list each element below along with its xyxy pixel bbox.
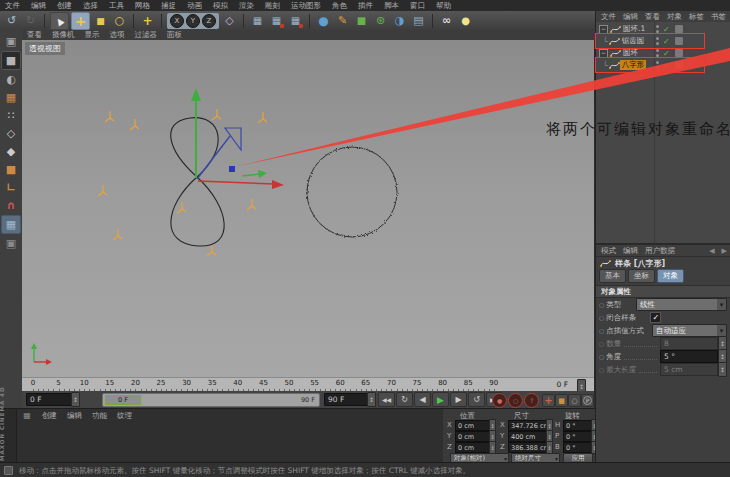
om-menu-objects[interactable]: 对象 [667, 12, 682, 22]
mat-menu-edit[interactable]: 编辑 [67, 411, 82, 421]
om-menu-edit[interactable]: 编辑 [623, 12, 638, 22]
history-back-icon[interactable]: ◀ [709, 247, 714, 255]
type-dropdown[interactable]: 线性 [636, 298, 727, 311]
axis-gizmo[interactable] [191, 88, 284, 189]
visibility-dots[interactable] [656, 61, 659, 69]
viewport-view-label[interactable]: 透视视图 [25, 42, 65, 55]
x-axis-lock-button[interactable]: X [170, 14, 184, 28]
tag-icon[interactable] [674, 36, 684, 46]
current-frame-field[interactable]: 0 F [26, 393, 76, 406]
menu-simulate[interactable]: 模拟 [213, 1, 228, 11]
tab-object[interactable]: 对象 [657, 269, 684, 283]
enabled-check-icon[interactable] [663, 25, 670, 34]
menu-edit[interactable]: 编辑 [31, 1, 46, 11]
record-keyframe-button[interactable] [492, 393, 507, 408]
render-to-picture-button[interactable] [268, 13, 285, 29]
move-tool-icon[interactable] [71, 12, 90, 30]
selected-point[interactable] [229, 166, 235, 172]
enabled-check-icon[interactable] [663, 37, 670, 46]
texture-mode-button[interactable] [2, 71, 20, 88]
menu-snap[interactable]: 捕捉 [161, 1, 176, 11]
y-axis-lock-button[interactable]: Y [186, 14, 200, 28]
om-menu-tags[interactable]: 标签 [689, 12, 704, 22]
timeline-slider-handle[interactable]: 0 F [105, 395, 141, 405]
vp-menu-cameras[interactable]: 摄像机 [52, 30, 75, 40]
record-rotation-toggle[interactable] [568, 394, 581, 407]
material-grid-icon[interactable] [22, 411, 32, 421]
add-mograph-button[interactable] [372, 13, 389, 29]
menu-create[interactable]: 创建 [57, 1, 72, 11]
x-axis-handle[interactable] [198, 181, 274, 184]
attr-menu-mode[interactable]: 模式 [601, 246, 616, 256]
tab-coordinates[interactable]: 坐标 [628, 269, 655, 283]
end-frame-field[interactable]: 90 F [324, 393, 372, 406]
edges-mode-button[interactable] [2, 125, 20, 142]
axis-mode-button[interactable] [2, 179, 20, 196]
attr-menu-edit[interactable]: 编辑 [623, 246, 638, 256]
play-backwards-button[interactable] [396, 392, 413, 407]
expand-icon[interactable] [599, 25, 608, 34]
vp-menu-options[interactable]: 选项 [110, 30, 125, 40]
mat-menu-create[interactable]: 创建 [42, 411, 57, 421]
size-y-field[interactable]: 400 cm [508, 431, 550, 442]
menu-character[interactable]: 角色 [332, 1, 347, 11]
size-x-field[interactable]: 347.726 cm [508, 420, 550, 431]
attr-menu-user-data[interactable]: 用户数据 [645, 246, 675, 256]
add-light-button[interactable] [457, 13, 474, 29]
current-frame-stepper[interactable] [71, 392, 80, 407]
menu-plugins[interactable]: 插件 [358, 1, 373, 11]
loop-button[interactable] [468, 392, 485, 407]
workplane-mode-button[interactable] [2, 161, 20, 178]
history-forward-icon[interactable]: ▶ [722, 247, 727, 255]
menu-select[interactable]: 选择 [83, 1, 98, 11]
last-tool-icon[interactable] [139, 13, 156, 29]
tag-icon[interactable] [674, 24, 684, 34]
z-axis-lock-button[interactable]: Z [202, 14, 216, 28]
object-name[interactable]: 圆环 [621, 48, 640, 58]
menu-tools[interactable]: 工具 [109, 1, 124, 11]
lock-workplane-button[interactable] [2, 235, 20, 252]
object-name[interactable]: 锯齿圆 [620, 36, 647, 46]
add-generator-button[interactable] [353, 13, 370, 29]
menu-script[interactable]: 脚本 [384, 1, 399, 11]
add-environment-button[interactable] [410, 13, 427, 29]
position-z-field[interactable]: 0 cm [455, 442, 493, 453]
record-position-toggle[interactable] [542, 394, 555, 407]
polygons-mode-button[interactable] [2, 143, 20, 160]
redo-icon[interactable] [22, 13, 39, 29]
tag-icon[interactable] [674, 60, 684, 70]
add-spline-button[interactable] [334, 13, 351, 29]
object-row[interactable]: 圆环.1 [596, 23, 730, 35]
scale-handle[interactable] [242, 174, 260, 176]
model-mode-button[interactable] [1, 51, 21, 70]
menu-render[interactable]: 渲染 [239, 1, 254, 11]
menu-help[interactable]: 帮助 [436, 1, 451, 11]
visibility-dots[interactable] [656, 49, 659, 57]
menu-animate[interactable]: 动画 [187, 1, 202, 11]
object-name-selected[interactable]: 八字形 [620, 60, 647, 70]
scale-tool-icon[interactable] [92, 13, 109, 29]
end-frame-stepper[interactable] [367, 392, 376, 407]
om-menu-bookmarks[interactable]: 书签 [711, 12, 726, 22]
mat-menu-texture[interactable]: 纹理 [117, 411, 132, 421]
snap-button[interactable] [2, 197, 20, 214]
menu-file[interactable]: 文件 [5, 1, 20, 11]
size-z-field[interactable]: 386.388 cm [508, 442, 550, 453]
rotate-tool-icon[interactable] [111, 13, 128, 29]
live-selection-tool-icon[interactable] [50, 12, 69, 30]
workplane-button[interactable] [1, 215, 21, 234]
vp-menu-panel[interactable]: 面板 [167, 30, 182, 40]
render-settings-button[interactable] [287, 13, 304, 29]
object-row[interactable]: 八字形 [596, 59, 730, 71]
position-y-field[interactable]: 0 cm [455, 431, 493, 442]
timeline-slider[interactable]: 0 F 90 F [102, 393, 320, 407]
menu-mesh[interactable]: 网格 [135, 1, 150, 11]
close-spline-checkbox[interactable] [650, 312, 661, 323]
render-view-button[interactable] [249, 13, 266, 29]
visibility-dots[interactable] [656, 25, 659, 33]
max-length-field[interactable]: 5 cm [660, 363, 718, 376]
keyframe-selection-button[interactable] [524, 393, 539, 408]
enabled-check-icon[interactable] [663, 61, 670, 70]
next-frame-button[interactable] [450, 392, 467, 407]
record-scale-toggle[interactable] [555, 394, 568, 407]
